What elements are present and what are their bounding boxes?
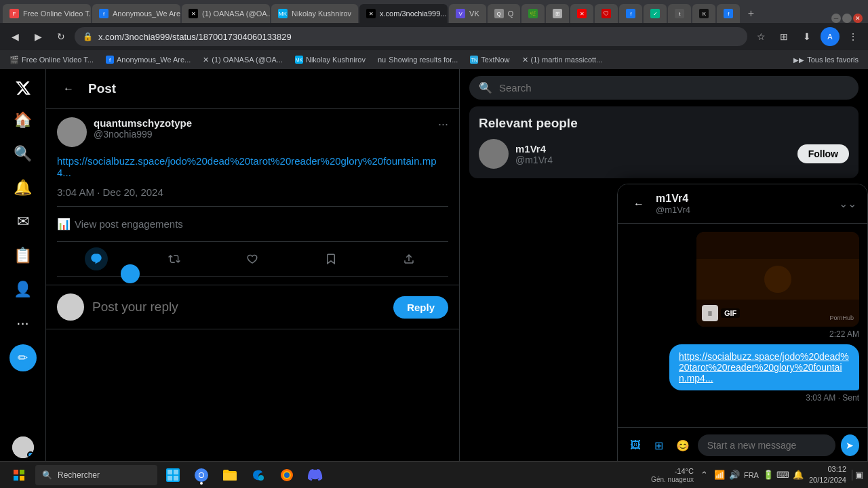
back-button[interactable]: ← <box>57 77 80 100</box>
tab-13[interactable]: t <box>668 4 691 23</box>
bookmark-action-btn[interactable] <box>319 247 342 270</box>
sidebar-search[interactable]: 🔍 <box>7 138 39 169</box>
dm-user-handle: @m1Vr4 <box>656 205 832 215</box>
right-panel: 🔍 Relevant people m1Vr4 @m1Vr4 Follow ← … <box>460 69 868 464</box>
tab-1[interactable]: F Free Online Video T... <box>3 4 91 23</box>
view-engagements[interactable]: 📊 View post engagements <box>57 212 448 236</box>
extensions-btn[interactable]: ⊞ <box>774 27 793 46</box>
dm-back-button[interactable]: ← <box>629 194 649 214</box>
taskbar-app-firefox[interactable] <box>274 464 300 486</box>
dm-text-input[interactable] <box>698 434 835 456</box>
tweet-author-name[interactable]: quantumschyzotype <box>94 117 431 129</box>
dm-video-thumbnail[interactable]: ⏸ GIF PornHub <box>696 232 859 327</box>
sidebar-notifications[interactable]: 🔔 <box>7 172 39 203</box>
close-btn[interactable]: ✕ <box>853 14 863 23</box>
sidebar-more[interactable]: ··· <box>7 308 39 339</box>
taskbar-app-discord[interactable] <box>302 464 328 486</box>
taskbar-app-files[interactable] <box>217 464 243 486</box>
follow-button[interactable]: Follow <box>797 144 849 163</box>
tweet-link[interactable]: https://socialbuzz.space/jodo%20dead%20t… <box>57 155 448 178</box>
dm-pause-button[interactable]: ⏸ <box>702 305 718 321</box>
svg-rect-9 <box>174 470 178 474</box>
bookmark-7[interactable]: ✕ (1) martin massicott... <box>518 54 607 66</box>
relevant-person-avatar[interactable] <box>479 139 509 169</box>
tab-12[interactable]: ✓ <box>644 4 667 23</box>
taskbar-app-chrome[interactable] <box>189 464 214 486</box>
reply-button[interactable]: Reply <box>393 296 448 319</box>
bookmark-1[interactable]: 🎬 Free Online Video T... <box>5 54 98 66</box>
taskbar-network-icon[interactable]: 📶 <box>714 470 725 481</box>
bookmark-6[interactable]: TN TextNow <box>466 54 513 65</box>
back-nav-btn[interactable]: ◀ <box>5 27 24 46</box>
tab-8[interactable]: ⊞ <box>546 4 569 23</box>
taskbar-search-box[interactable]: 🔍 Rechercher <box>35 465 157 485</box>
dm-header: ← m1Vr4 @m1Vr4 ⌄⌄ <box>618 184 867 224</box>
dm-emoji-icon[interactable]: 😊 <box>674 434 692 456</box>
dm-sent-link[interactable]: https://socialbuzz.space/jodo%20dead%20t… <box>679 351 849 384</box>
url-text: x.com/3nochia999/status/1870017304060133… <box>98 32 292 42</box>
dm-send-button[interactable]: ➤ <box>841 434 859 456</box>
profile-btn[interactable]: A <box>821 27 840 46</box>
dm-gif-icon[interactable]: ⊞ <box>650 434 668 456</box>
bookmark-more[interactable]: ▶▶ Tous les favoris <box>789 54 863 65</box>
tab-9[interactable]: ✕ <box>570 4 593 23</box>
download-btn[interactable]: ⬇ <box>797 27 816 46</box>
taskbar-notification-icon[interactable]: 🔔 <box>793 470 804 481</box>
like-action-btn[interactable] <box>241 247 264 270</box>
bookmark-3[interactable]: ✕ (1) OANASA (@OA... <box>199 54 287 66</box>
sidebar-profile[interactable]: 👤 <box>7 274 39 305</box>
taskbar-volume-icon[interactable]: 🔊 <box>729 470 740 481</box>
sidebar-user-avatar[interactable] <box>12 436 34 458</box>
search-icon: 🔍 <box>479 81 492 94</box>
maximize-btn[interactable] <box>842 14 852 23</box>
taskbar-apps <box>160 464 648 486</box>
bookmark-2[interactable]: f Anonymous_We Are... <box>102 54 195 65</box>
minimize-btn[interactable]: ─ <box>831 14 841 23</box>
bookmark-4[interactable]: MK Nikolay Kushnirov <box>291 54 370 65</box>
tab-15[interactable]: f <box>717 4 740 23</box>
tab-6[interactable]: Q Q <box>488 4 521 23</box>
bookmark-5[interactable]: nu Showing results for... <box>374 54 462 65</box>
dm-input-bar: 🖼 ⊞ 😊 ➤ <box>618 427 867 463</box>
tweet-more-button[interactable]: ··· <box>438 117 448 131</box>
tab-2[interactable]: f Anonymous_We Are... <box>92 4 180 23</box>
tab-add[interactable]: + <box>741 4 760 23</box>
sidebar-home[interactable]: 🏠 <box>7 104 39 136</box>
search-input-wrap[interactable]: 🔍 <box>469 76 859 100</box>
tab-14[interactable]: K <box>692 4 715 23</box>
tab-3[interactable]: ✕ (1) OANASA (@OA... <box>182 4 270 23</box>
taskbar-battery-icon[interactable]: 🔋 <box>763 470 774 481</box>
taskbar-input-icon[interactable]: ⌨ <box>778 470 789 481</box>
refresh-btn[interactable]: ↻ <box>52 27 71 46</box>
tab-10[interactable]: 🛡 <box>595 4 618 23</box>
twitter-logo[interactable] <box>9 75 37 102</box>
sidebar-bookmarks[interactable]: 📋 <box>7 240 39 271</box>
taskbar-up-arrow[interactable]: ⌃ <box>699 470 710 481</box>
taskbar-app-1[interactable] <box>160 464 186 486</box>
retweet-action-btn[interactable] <box>163 247 186 270</box>
tweet-author-handle[interactable]: @3nochia999 <box>94 129 431 140</box>
taskbar-start-button[interactable] <box>5 464 33 486</box>
bookmark-star-btn[interactable]: ☆ <box>751 27 770 46</box>
url-bar[interactable]: 🔒 x.com/3nochia999/status/18700173040601… <box>75 27 747 46</box>
dm-video-message: ⏸ GIF PornHub 2:22 AM <box>696 232 859 339</box>
forward-nav-btn[interactable]: ▶ <box>28 27 47 46</box>
share-action-btn[interactable] <box>397 247 420 270</box>
taskbar-search-text: Rechercher <box>58 470 100 480</box>
dm-minimize-button[interactable]: ⌄⌄ <box>839 197 856 210</box>
taskbar-show-desktop[interactable]: ▣ <box>852 470 863 481</box>
tab-7[interactable]: 🌿 <box>521 4 545 23</box>
tweet-author-avatar[interactable] <box>57 117 87 147</box>
tab-4[interactable]: MK Nikolay Kushnirov <box>271 4 358 23</box>
tab-5[interactable]: V VK <box>449 4 486 23</box>
reply-action-btn[interactable] <box>85 247 108 270</box>
tab-active[interactable]: ✕ x.com/3nochia999... ✕ <box>359 4 448 23</box>
compose-button[interactable]: ✏ <box>9 344 37 371</box>
dm-image-icon[interactable]: 🖼 <box>626 434 644 456</box>
search-input[interactable] <box>499 82 849 94</box>
reply-input[interactable] <box>92 300 385 314</box>
menu-btn[interactable]: ⋮ <box>844 27 863 46</box>
sidebar-messages[interactable]: ✉ <box>7 206 39 237</box>
taskbar-app-edge[interactable] <box>245 464 271 486</box>
tab-11[interactable]: f <box>619 4 642 23</box>
